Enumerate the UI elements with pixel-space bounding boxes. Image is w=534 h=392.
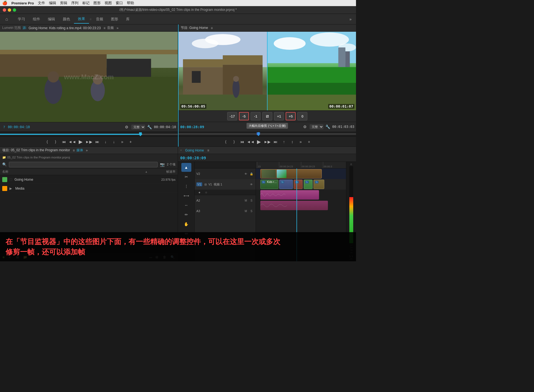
nav-item-color[interactable]: 颜色 [59, 15, 74, 23]
timeline-close-icon[interactable]: × [180, 149, 182, 152]
prog-go-out[interactable]: ⏭ [272, 138, 280, 146]
program-settings-icon[interactable]: ⚙ [302, 123, 308, 130]
clip-kids-rolling[interactable]: fx Kids rolling [260, 180, 278, 189]
a1-track-body[interactable] [256, 190, 346, 200]
clip-v1-2[interactable]: fx [279, 180, 293, 189]
menu-help[interactable]: 帮助 [127, 1, 134, 6]
menu-view[interactable]: 视图 [105, 1, 112, 6]
media-label[interactable]: 媒体 [76, 148, 83, 153]
home-button[interactable]: ⌂ [2, 15, 11, 24]
program-wrench-icon[interactable]: 🔧 [325, 123, 331, 130]
a2-track-body[interactable] [256, 200, 346, 211]
prog-lift[interactable]: ↑ [280, 138, 288, 146]
source-quality-select[interactable]: 完整1/21/4 [131, 125, 145, 130]
project-menu-btn[interactable]: ≡ [73, 148, 75, 152]
v2-eye-btn[interactable]: 👁 [243, 171, 248, 176]
program-quality-select[interactable]: 完整1/2 [310, 124, 323, 129]
track-select-btn[interactable]: ⋮ [181, 182, 191, 191]
program-menu-btn[interactable]: ≡ [211, 26, 213, 30]
trim-plus1-button[interactable]: +1 [274, 112, 284, 120]
step-forward-button[interactable]: ►▶ [85, 138, 93, 146]
menu-window[interactable]: 窗口 [116, 1, 123, 6]
trim-icon-button[interactable]: ⧄ [262, 112, 272, 120]
hand-tool-btn[interactable]: ✋ [181, 220, 191, 229]
v1-target-icon[interactable]: V1 [208, 183, 212, 186]
nav-item-assembly[interactable]: 组件 [29, 15, 44, 23]
v2-sequence-clip[interactable] [260, 169, 322, 178]
selection-tool-btn[interactable]: ▲ [181, 163, 191, 172]
prog-add[interactable]: + [305, 138, 313, 146]
menu-edit[interactable]: 编辑 [49, 1, 56, 6]
nav-item-effects[interactable]: 效果 [74, 15, 89, 24]
menu-marker[interactable]: 标记 [82, 1, 90, 6]
clip-v1-3[interactable]: fx [294, 180, 303, 189]
menu-file[interactable]: 文件 [38, 1, 45, 6]
a2-mute-btn[interactable]: M [243, 209, 248, 214]
nav-item-graphics[interactable]: 图形 [107, 15, 122, 23]
pen-tool-btn[interactable]: ✏ [181, 210, 191, 219]
trim-minus5-button[interactable]: -5 [239, 112, 249, 120]
minimize-button[interactable] [8, 8, 11, 12]
source-expand[interactable]: » [117, 26, 118, 30]
overwrite-button[interactable]: ↓ [110, 138, 118, 146]
menu-clip[interactable]: 剪辑 [60, 1, 67, 6]
v1-eye-btn[interactable]: 👁 [249, 182, 254, 187]
razor-tool-btn[interactable]: ✂ [181, 172, 191, 181]
slip-tool-btn[interactable]: ↔ [181, 201, 191, 210]
prog-mark-in[interactable]: ⟨ [222, 138, 229, 146]
list-item[interactable]: ⬚ Going Home 23.976 fps [0, 175, 178, 184]
prog-more[interactable]: » [297, 138, 305, 146]
program-timeline-bar[interactable] [179, 132, 356, 137]
menu-graphics[interactable]: 图形 [93, 1, 101, 6]
insert-button[interactable]: ↓ [102, 138, 110, 146]
v1-solo-btn[interactable]: ○ [204, 190, 209, 195]
v2-lock-btn[interactable]: 🔒 [249, 171, 254, 176]
nav-item-edit[interactable]: 编辑 [44, 15, 59, 23]
v1-track-body[interactable]: fx Kids rolling fx [256, 179, 346, 190]
prog-go-in[interactable]: ⏮ [238, 138, 246, 146]
close-button[interactable] [3, 8, 6, 12]
menu-sequence[interactable]: 序列 [71, 1, 78, 6]
play-button[interactable]: ▶ [77, 138, 85, 146]
nav-item-library[interactable]: 库 [122, 15, 134, 23]
v2-track-body[interactable] [256, 168, 346, 179]
project-expand[interactable]: » [86, 148, 88, 152]
nav-more-button[interactable]: » [347, 17, 354, 21]
maximize-button[interactable] [13, 8, 16, 12]
trim-minus1-button[interactable]: -1 [251, 112, 261, 120]
trim-plus5-button[interactable]: +5 [286, 112, 296, 120]
source-timeline-slider[interactable] [0, 132, 178, 137]
a2-solo-btn[interactable]: S [249, 209, 254, 214]
source-panel-menu[interactable]: ≡ [103, 26, 105, 30]
list-item[interactable]: ▶ Media [0, 184, 178, 193]
folder-expand-icon[interactable]: ▶ [9, 187, 12, 190]
prog-step-fwd[interactable]: ►▶ [263, 138, 271, 146]
sort-icon[interactable]: ▲ [145, 170, 148, 173]
prog-play[interactable]: ▶ [255, 138, 263, 146]
project-search-input[interactable] [9, 162, 158, 167]
go-to-out-button[interactable]: ⏭ [93, 138, 101, 146]
v1-mute-btn[interactable]: ● [197, 190, 202, 195]
source-add[interactable]: + [127, 138, 135, 146]
trim-zero-button[interactable]: 0 [297, 112, 307, 120]
prog-extract[interactable]: ↕ [288, 138, 296, 146]
mark-in-button[interactable]: ⟨ [43, 138, 51, 146]
clip-v1-5[interactable]: fx [313, 180, 324, 189]
a1-mute-btn[interactable]: M [243, 198, 248, 203]
clip-v1-4[interactable]: fx [304, 180, 313, 189]
mark-out-button[interactable]: ⟩ [52, 138, 60, 146]
prog-mark-out[interactable]: ⟩ [230, 138, 238, 146]
go-to-in-button[interactable]: ⏮ [60, 138, 68, 146]
trim-minus17-button[interactable]: -17 [227, 112, 238, 120]
source-wrench-icon[interactable]: 🔧 [146, 124, 153, 130]
nav-item-audio[interactable]: 音频 [92, 15, 107, 23]
source-settings-icon[interactable]: ⚙ [123, 124, 130, 130]
timeline-menu-btn[interactable]: ≡ [207, 148, 209, 152]
source-more[interactable]: » [118, 138, 126, 146]
source-audio-label[interactable]: 音频 [107, 26, 114, 30]
step-back-button[interactable]: ◄◄ [68, 138, 76, 146]
a1-solo-btn[interactable]: S [249, 198, 254, 203]
ripple-edit-btn[interactable]: ⟷ [181, 191, 191, 200]
nav-item-learn[interactable]: 学习 [14, 15, 29, 23]
prog-step-back[interactable]: ◄◄ [247, 138, 254, 146]
